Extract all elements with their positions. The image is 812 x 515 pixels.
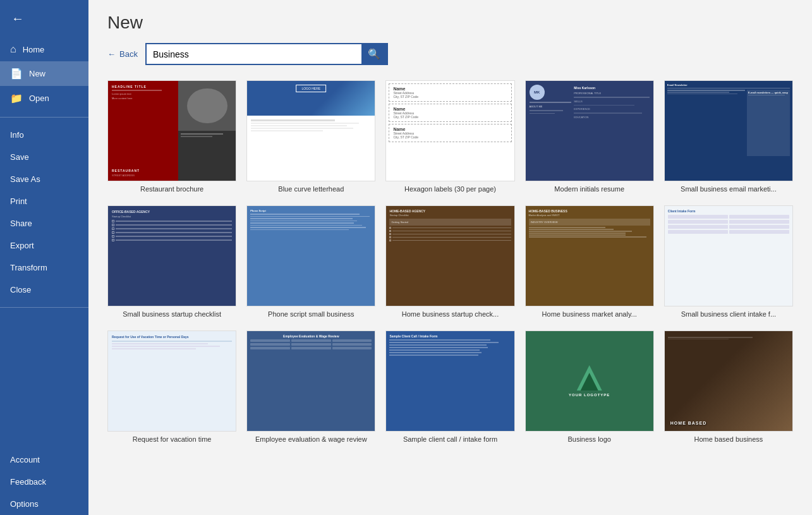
templates-grid: HEADLINE TITLE Lorem ipsum text More con… bbox=[107, 80, 793, 443]
template-item-1[interactable]: HEADLINE TITLE Lorem ipsum text More con… bbox=[107, 80, 236, 193]
template-item-12[interactable]: Employee Evaluation & Wage Review Employ… bbox=[246, 330, 375, 443]
sidebar-feedback-label: Feedback bbox=[10, 477, 46, 487]
sidebar-transform-label: Transform bbox=[10, 263, 47, 272]
template-label-13: Sample client call / intake form bbox=[403, 435, 497, 443]
main-content: New ← Back 🔍 HEADLINE TITLE Lorem ipsum … bbox=[88, 0, 812, 515]
template-thumb-11: Request for Use of Vacation Time or Pers… bbox=[107, 330, 236, 432]
sidebar-open-label: Open bbox=[29, 94, 49, 103]
template-item-2[interactable]: LOGO HERE Blue curve letterhead bbox=[246, 80, 375, 193]
template-label-3: Hexagon labels (30 per page) bbox=[404, 185, 496, 193]
template-item-9[interactable]: HOME-BASED BUSINESS Market Analysis and … bbox=[525, 205, 654, 318]
template-label-11: Request for vacation time bbox=[133, 435, 212, 443]
template-label-12: Employee evaluation & wage review bbox=[255, 435, 367, 443]
template-thumb-12: Employee Evaluation & Wage Review bbox=[246, 330, 375, 432]
sidebar-item-share[interactable]: Share bbox=[0, 212, 88, 234]
template-thumb-13: Sample Client Call / Intake Form bbox=[385, 330, 514, 432]
template-item-4[interactable]: MK ABOUT ME Miss Karlsson PROFESSIONAL T… bbox=[525, 80, 654, 193]
template-thumb-2: LOGO HERE bbox=[246, 80, 375, 181]
template-item-7[interactable]: Phone Script Phone script small business bbox=[246, 205, 375, 318]
template-label-4: Modern initials resume bbox=[554, 185, 624, 193]
template-thumb-14: YOUR LOGOTYPE bbox=[525, 330, 654, 432]
template-label-6: Small business startup checklist bbox=[123, 310, 221, 318]
sidebar-item-save-as[interactable]: Save As bbox=[0, 168, 88, 190]
template-thumb-7: Phone Script bbox=[246, 205, 375, 306]
sidebar-save-label: Save bbox=[10, 152, 29, 162]
sidebar-account-label: Account bbox=[10, 455, 40, 464]
sidebar-options-label: Options bbox=[10, 499, 39, 509]
template-label-10: Small business client intake f... bbox=[681, 310, 776, 318]
sidebar-divider-2 bbox=[0, 307, 88, 308]
template-item-3[interactable]: Name Street Address City, ST ZIP Code Na… bbox=[385, 80, 514, 193]
template-item-10[interactable]: Client Intake Form Small business client… bbox=[664, 205, 793, 318]
template-thumb-8: HOME-BASED AGENCY Startup Checklist Gett… bbox=[385, 205, 514, 306]
template-thumb-6: OFFICE-BASED AGENCY Startup Checklist bbox=[107, 205, 236, 306]
search-button[interactable]: 🔍 bbox=[361, 44, 387, 64]
template-label-8: Home business startup check... bbox=[402, 310, 499, 318]
template-thumb-15: HOME BASED bbox=[664, 330, 793, 432]
sidebar-item-save[interactable]: Save bbox=[0, 146, 88, 168]
open-icon: 📁 bbox=[10, 92, 23, 104]
back-arrow-icon: ← bbox=[107, 49, 116, 59]
sidebar-item-print[interactable]: Print bbox=[0, 190, 88, 212]
template-thumb-5: Email Newsletter E-mail newsletters — qu… bbox=[664, 80, 793, 181]
template-item-15[interactable]: HOME BASED Home based business bbox=[664, 330, 793, 443]
sidebar-item-transform[interactable]: Transform bbox=[0, 257, 88, 279]
template-label-14: Business logo bbox=[567, 435, 611, 443]
search-input-wrap: 🔍 bbox=[145, 43, 388, 65]
sidebar-divider-1 bbox=[0, 117, 88, 118]
template-item-5[interactable]: Email Newsletter E-mail newsletters — qu… bbox=[664, 80, 793, 193]
sidebar-home-label: Home bbox=[23, 45, 45, 54]
back-label: Back bbox=[119, 49, 138, 59]
search-input[interactable] bbox=[147, 45, 361, 63]
home-icon: ⌂ bbox=[10, 44, 16, 55]
sidebar-export-label: Export bbox=[10, 241, 34, 250]
sidebar-item-feedback[interactable]: Feedback bbox=[0, 471, 88, 493]
page-title: New bbox=[107, 13, 793, 33]
sidebar-share-label: Share bbox=[10, 219, 32, 228]
sidebar-item-home[interactable]: ⌂ Home bbox=[0, 37, 88, 61]
back-button[interactable]: ← Back bbox=[107, 49, 138, 59]
sidebar-item-options[interactable]: Options bbox=[0, 493, 88, 515]
sidebar-item-account[interactable]: Account bbox=[0, 449, 88, 471]
template-thumb-1: HEADLINE TITLE Lorem ipsum text More con… bbox=[107, 80, 236, 181]
template-item-6[interactable]: OFFICE-BASED AGENCY Startup Checklist Sm… bbox=[107, 205, 236, 318]
template-label-9: Home business market analy... bbox=[542, 310, 637, 318]
sidebar-close-label: Close bbox=[10, 285, 31, 294]
sidebar-print-label: Print bbox=[10, 197, 27, 206]
back-arrow-button[interactable]: ← bbox=[0, 0, 88, 37]
sidebar-bottom: Account Feedback Options bbox=[0, 449, 88, 515]
sidebar-item-export[interactable]: Export bbox=[0, 234, 88, 257]
template-thumb-9: HOME-BASED BUSINESS Market Analysis and … bbox=[525, 205, 654, 306]
new-icon: 📄 bbox=[10, 68, 23, 80]
template-label-1: Restaurant brochure bbox=[140, 185, 203, 193]
template-label-2: Blue curve letterhead bbox=[278, 185, 344, 193]
template-item-11[interactable]: Request for Use of Vacation Time or Pers… bbox=[107, 330, 236, 443]
sidebar-save-as-label: Save As bbox=[10, 174, 40, 184]
sidebar-item-new[interactable]: 📄 New bbox=[0, 61, 88, 86]
template-item-13[interactable]: Sample Client Call / Intake Form Sample … bbox=[385, 330, 514, 443]
template-thumb-10: Client Intake Form bbox=[664, 205, 793, 306]
sidebar-info-label: Info bbox=[10, 130, 24, 140]
sidebar-item-open[interactable]: 📁 Open bbox=[0, 86, 88, 111]
template-label-15: Home based business bbox=[694, 435, 763, 443]
sidebar: ← ⌂ Home 📄 New 📁 Open Info Save Save As … bbox=[0, 0, 88, 515]
template-item-14[interactable]: YOUR LOGOTYPE Business logo bbox=[525, 330, 654, 443]
template-thumb-3: Name Street Address City, ST ZIP Code Na… bbox=[385, 80, 514, 181]
template-thumb-4: MK ABOUT ME Miss Karlsson PROFESSIONAL T… bbox=[525, 80, 654, 181]
search-bar: ← Back 🔍 bbox=[107, 43, 793, 65]
template-label-7: Phone script small business bbox=[268, 310, 354, 318]
template-label-5: Small business email marketi... bbox=[681, 185, 777, 193]
sidebar-item-close[interactable]: Close bbox=[0, 279, 88, 301]
template-item-8[interactable]: HOME-BASED AGENCY Startup Checklist Gett… bbox=[385, 205, 514, 318]
sidebar-new-label: New bbox=[29, 69, 45, 78]
sidebar-item-info[interactable]: Info bbox=[0, 124, 88, 146]
